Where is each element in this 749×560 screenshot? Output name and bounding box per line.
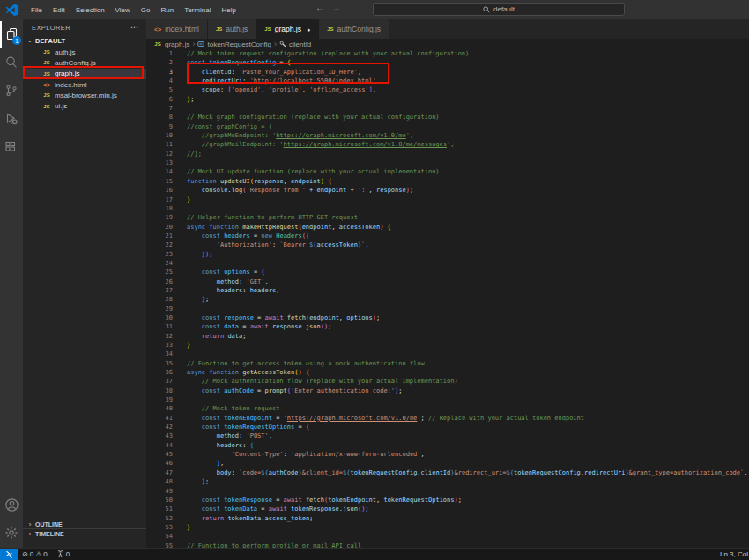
code-area[interactable]: 1// Mock token request configuration (re…: [146, 49, 749, 548]
code-line[interactable]: 53}: [146, 523, 749, 532]
line-number[interactable]: 37: [146, 377, 173, 386]
code-line[interactable]: 21 const headers = new Headers({: [146, 232, 749, 240]
menu-view[interactable]: View: [110, 4, 136, 17]
line-number[interactable]: 23: [146, 250, 173, 259]
line-number[interactable]: 34: [146, 350, 173, 358]
code-line[interactable]: 2const tokenRequestConfig = {: [146, 58, 749, 67]
line-number[interactable]: 9: [146, 122, 173, 131]
line-number[interactable]: 44: [146, 441, 173, 450]
code-line[interactable]: 10 //graphMeEndpoint: 'https://graph.mic…: [146, 131, 749, 140]
line-number[interactable]: 12: [146, 150, 173, 158]
line-number[interactable]: 46: [146, 459, 173, 468]
line-number[interactable]: 1: [146, 49, 173, 58]
code-line[interactable]: 42 const tokenRequestOptions = {: [146, 423, 749, 431]
line-number[interactable]: 10: [146, 131, 173, 140]
line-number[interactable]: 8: [146, 113, 173, 122]
line-number[interactable]: 24: [146, 259, 173, 268]
code-line[interactable]: 23 });: [146, 250, 749, 259]
line-number[interactable]: 50: [146, 496, 173, 505]
menu-run[interactable]: Run: [155, 4, 179, 17]
cursor-position[interactable]: Ln 3, Col: [716, 549, 749, 560]
line-number[interactable]: 21: [146, 232, 173, 240]
line-number[interactable]: 18: [146, 204, 173, 213]
tab-authConfig.js[interactable]: JSauthConfig.js: [319, 19, 389, 39]
line-number[interactable]: 40: [146, 404, 173, 413]
outline-section[interactable]: › OUTLINE: [23, 519, 146, 528]
code-line[interactable]: 50 const tokenResponse = await fetch(tok…: [146, 496, 749, 505]
explorer-icon[interactable]: 1: [0, 21, 23, 48]
code-line[interactable]: 18: [146, 204, 749, 213]
line-number[interactable]: 26: [146, 277, 173, 286]
code-line[interactable]: 35// Function to get access token using …: [146, 359, 749, 368]
line-number[interactable]: 20: [146, 223, 173, 232]
line-number[interactable]: 45: [146, 450, 173, 459]
code-line[interactable]: 37 // Mock authentication flow (replace …: [146, 377, 749, 386]
code-line[interactable]: 32 return data;: [146, 332, 749, 341]
menu-go[interactable]: Go: [136, 4, 156, 17]
breadcrumb[interactable]: JS graph.js › tokenRequestConfig › clien…: [146, 39, 749, 49]
line-number[interactable]: 13: [146, 158, 173, 167]
line-number[interactable]: 30: [146, 313, 173, 322]
code-line[interactable]: 31 const data = await response.json();: [146, 322, 749, 331]
menu-terminal[interactable]: Terminal: [179, 4, 216, 17]
line-number[interactable]: 33: [146, 341, 173, 350]
code-line[interactable]: 46 },: [146, 459, 749, 468]
line-number[interactable]: 41: [146, 414, 173, 423]
code-line[interactable]: 11 //graphMailEndpoint: 'https://graph.m…: [146, 140, 749, 149]
line-number[interactable]: 16: [146, 186, 173, 195]
file-item-authConfig.js[interactable]: JSauthConfig.js: [23, 57, 146, 68]
code-line[interactable]: 39: [146, 395, 749, 404]
code-line[interactable]: 33}: [146, 341, 749, 350]
code-line[interactable]: 38 const authCode = prompt('Enter authen…: [146, 387, 749, 395]
file-item-graph.js[interactable]: JSgraph.js: [23, 69, 146, 79]
code-line[interactable]: 29: [146, 305, 749, 313]
line-number[interactable]: 22: [146, 240, 173, 249]
code-line[interactable]: 26 method: 'GET',: [146, 277, 749, 286]
line-number[interactable]: 4: [146, 77, 173, 85]
code-line[interactable]: 7: [146, 104, 749, 113]
code-line[interactable]: 5 scope: ['openid', 'profile', 'offline_…: [146, 85, 749, 94]
code-line[interactable]: 17}: [146, 195, 749, 204]
file-item-ui.js[interactable]: JSui.js: [23, 100, 146, 111]
code-line[interactable]: 30 const response = await fetch(endpoint…: [146, 313, 749, 322]
line-number[interactable]: 31: [146, 322, 173, 331]
timeline-section[interactable]: › TIMELINE: [23, 528, 146, 538]
code-line[interactable]: 15function updateUI(response, endpoint) …: [146, 177, 749, 186]
line-number[interactable]: 55: [146, 542, 173, 548]
menu-edit[interactable]: Edit: [48, 4, 70, 17]
line-number[interactable]: 6: [146, 95, 173, 104]
line-number[interactable]: 48: [146, 477, 173, 486]
extensions-icon[interactable]: [0, 134, 23, 160]
remote-indicator[interactable]: [0, 549, 18, 560]
menu-help[interactable]: Help: [216, 4, 241, 17]
line-number[interactable]: 51: [146, 505, 173, 513]
code-line[interactable]: 19// Helper function to perform HTTP GET…: [146, 213, 749, 222]
code-line[interactable]: 45 'Content-Type': 'application/x-www-fo…: [146, 450, 749, 459]
code-line[interactable]: 3 clientId: 'Paste_Your_Application_ID_H…: [146, 68, 749, 77]
file-item-msal-browser.min.js[interactable]: JSmsal-browser.min.js: [23, 90, 146, 100]
nav-forward-icon[interactable]: →: [330, 3, 342, 12]
explorer-more-actions-icon[interactable]: ⋯: [130, 23, 139, 32]
line-number[interactable]: 47: [146, 468, 173, 477]
tab-graph.js[interactable]: JSgraph.js●: [256, 19, 319, 39]
code-line[interactable]: 44 headers: {: [146, 441, 749, 450]
code-line[interactable]: 14// Mock UI update function (replace wi…: [146, 167, 749, 176]
line-number[interactable]: 29: [146, 305, 173, 313]
code-line[interactable]: 25 const options = {: [146, 268, 749, 276]
line-number[interactable]: 7: [146, 104, 173, 113]
problems-indicator[interactable]: ⊘ 0 ⚠ 0: [18, 549, 52, 560]
code-line[interactable]: 48 };: [146, 477, 749, 486]
code-line[interactable]: 28 };: [146, 295, 749, 304]
line-number[interactable]: 17: [146, 195, 173, 204]
settings-gear-icon[interactable]: [0, 519, 23, 546]
line-number[interactable]: 49: [146, 487, 173, 496]
code-line[interactable]: 52 return tokenData.access_token;: [146, 514, 749, 523]
code-line[interactable]: 27 headers: headers,: [146, 286, 749, 295]
line-number[interactable]: 32: [146, 332, 173, 341]
line-number[interactable]: 19: [146, 213, 173, 222]
line-number[interactable]: 25: [146, 268, 173, 276]
line-number[interactable]: 42: [146, 423, 173, 431]
code-line[interactable]: 55// Function to perform profile or mail…: [146, 542, 749, 548]
line-number[interactable]: 38: [146, 387, 173, 395]
line-number[interactable]: 15: [146, 177, 173, 186]
